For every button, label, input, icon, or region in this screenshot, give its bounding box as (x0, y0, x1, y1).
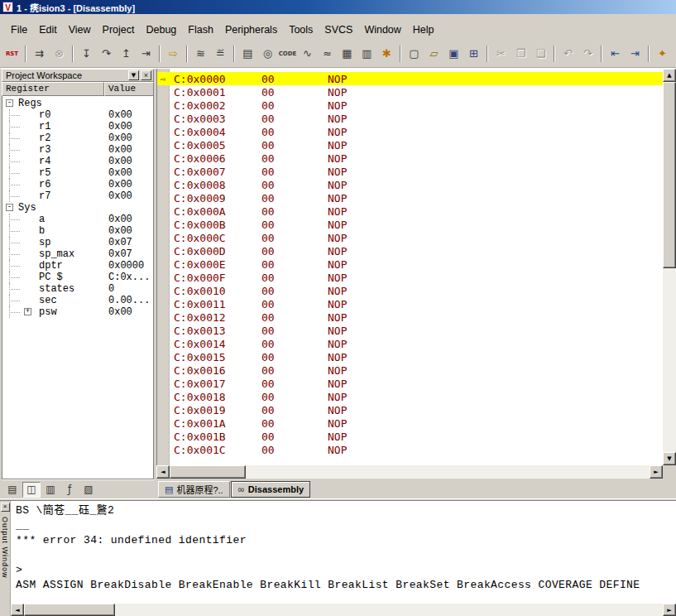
disassembly-row[interactable]: C:0x000400NOP (157, 125, 663, 138)
disassembly-row[interactable]: C:0x001B00NOP (157, 430, 663, 443)
register-row-r4[interactable]: r40x00 (2, 156, 153, 167)
output-lines[interactable]: BS \簡苍__砡_鸄2__*** error 34: undefined id… (11, 501, 676, 604)
cut-button[interactable]: ✂ (491, 45, 511, 63)
save-all-button[interactable]: ⊞ (464, 45, 483, 63)
disassembly-row[interactable]: C:0x000B00NOP (157, 218, 663, 231)
menu-svcs[interactable]: SVCS (319, 22, 358, 38)
disassembly-row[interactable]: C:0x000C00NOP (157, 231, 663, 244)
menu-tools[interactable]: Tools (283, 22, 319, 38)
indent-button[interactable]: ⇥ (626, 45, 645, 63)
disassembly-row[interactable]: C:0x001C00NOP (157, 443, 663, 456)
disassembly-window-button[interactable]: ◎ (258, 45, 277, 63)
disassembly-row[interactable]: C:0x000F00NOP (157, 271, 663, 284)
toolbox-button[interactable]: ✱ (377, 45, 396, 63)
run-to-cursor-button[interactable]: ⇥ (137, 45, 156, 63)
open-file-button[interactable]: ▱ (424, 45, 443, 63)
disassembly-row[interactable]: C:0x001200NOP (157, 310, 663, 324)
watch-window-button[interactable]: ▥ (357, 45, 376, 63)
serial-window-button[interactable]: ∿ (298, 45, 317, 63)
run-button[interactable]: ⇉ (30, 45, 49, 63)
register-column-header[interactable]: Register (2, 82, 104, 96)
scroll-left-button[interactable]: ◄ (11, 604, 24, 616)
output-scroll-thumb[interactable] (24, 604, 115, 616)
undo-button[interactable]: ↶ (559, 45, 578, 63)
reset-cpu-button[interactable]: RST (2, 45, 22, 63)
disassembly-row[interactable]: C:0x001000NOP (157, 284, 663, 297)
functions-tab[interactable]: ƒ (60, 482, 79, 498)
horizontal-scroll-thumb[interactable] (170, 465, 246, 479)
templates-tab[interactable]: ▧ (79, 482, 98, 498)
new-file-button[interactable]: ▢ (405, 45, 424, 63)
step-over-button[interactable]: ↷ (97, 45, 116, 63)
unindent-button[interactable]: ⇤ (606, 45, 625, 63)
register-row-sp[interactable]: sp0x07 (2, 237, 153, 248)
disassembly-row[interactable]: C:0x001400NOP (157, 337, 663, 350)
register-row-r1[interactable]: r10x00 (2, 121, 153, 132)
register-row-r2[interactable]: r20x00 (2, 132, 153, 144)
output-close-button[interactable]: × (1, 503, 10, 512)
horizontal-scrollbar[interactable]: ◄ ► (156, 465, 663, 479)
tab-disassembly[interactable]: ∞Disassembly (231, 481, 310, 498)
menu-peripherals[interactable]: Peripherals (219, 22, 283, 38)
register-row-a[interactable]: a0x00 (2, 214, 153, 225)
step-out-button[interactable]: ↥ (117, 45, 136, 63)
register-row-states[interactable]: states0 (2, 283, 153, 295)
show-next-statement-button[interactable]: ⇨ (164, 45, 183, 63)
disassembly-row[interactable]: C:0x001600NOP (157, 363, 663, 377)
register-row-r6[interactable]: r60x00 (2, 179, 153, 190)
redo-button[interactable]: ↷ (578, 45, 597, 63)
scroll-left-button[interactable]: ◄ (156, 465, 170, 479)
register-row-sys[interactable]: -Sys (2, 202, 153, 214)
register-row-r3[interactable]: r30x00 (2, 144, 153, 156)
menu-flash[interactable]: Flash (182, 22, 219, 38)
value-column-header[interactable]: Value (104, 82, 154, 96)
disassembly-row[interactable]: ⇨C:0x000000NOP (157, 72, 663, 85)
paste-button[interactable]: ❏ (531, 45, 550, 63)
vertical-scrollbar[interactable]: ▲ ▼ (663, 69, 676, 465)
menu-edit[interactable]: Edit (33, 22, 63, 38)
step-into-button[interactable]: ↧ (77, 45, 96, 63)
register-row-dptr[interactable]: dptr0x0000 (2, 260, 153, 272)
disassembly-row[interactable]: C:0x000800NOP (157, 178, 663, 191)
save-button[interactable]: ▣ (444, 45, 463, 63)
tab-source-file[interactable]: ▤机器原程?.. (158, 481, 230, 498)
disassembly-row[interactable]: C:0x000300NOP (157, 112, 663, 125)
workspace-close-button[interactable]: × (141, 70, 151, 80)
output-scroll-track[interactable] (24, 604, 663, 616)
disassembly-row[interactable]: C:0x000D00NOP (157, 244, 663, 257)
register-row-sp-max[interactable]: sp_max0x07 (2, 248, 153, 260)
expand-icon[interactable]: + (24, 308, 31, 315)
register-row-psw[interactable]: +psw0x00 (2, 306, 153, 318)
disassembly-row[interactable]: C:0x000700NOP (157, 165, 663, 178)
disassembly-row[interactable]: C:0x001900NOP (157, 403, 663, 416)
disassembly-row[interactable]: C:0x000A00NOP (157, 205, 663, 218)
menu-project[interactable]: Project (97, 22, 141, 38)
register-row-sec[interactable]: sec0.00... (2, 295, 153, 306)
vertical-scroll-thumb[interactable] (663, 82, 676, 268)
menu-file[interactable]: File (5, 22, 33, 38)
menu-view[interactable]: View (63, 22, 97, 38)
regs-tab[interactable]: ◫ (22, 482, 41, 498)
command-window-button[interactable]: ▤ (238, 45, 257, 63)
workspace-title-bar[interactable]: Project Workspace ▼ × (2, 69, 154, 82)
scroll-down-button[interactable]: ▼ (663, 452, 676, 465)
title-bar[interactable]: V 1 - 痜ision3 - [Disassembly] (0, 0, 676, 14)
analysis-window-button[interactable]: ≈ (318, 45, 337, 63)
register-row-r5[interactable]: r50x00 (2, 167, 153, 179)
halt-button[interactable]: ⊗ (50, 45, 69, 63)
register-row-regs[interactable]: -Regs (2, 98, 153, 109)
disassembly-row[interactable]: C:0x000200NOP (157, 99, 663, 112)
disassembly-row[interactable]: C:0x001700NOP (157, 377, 663, 390)
register-row-pc[interactable]: PC $C:0x... (2, 272, 153, 283)
workspace-menu-button[interactable]: ▼ (128, 70, 139, 80)
find-in-files-button[interactable]: ◈ (673, 45, 676, 63)
scroll-right-button[interactable]: ► (650, 465, 663, 479)
trace-record-button[interactable]: ≋ (191, 45, 210, 63)
register-row-r7[interactable]: r70x00 (2, 190, 153, 202)
horizontal-scroll-track[interactable] (170, 465, 650, 479)
disassembly-row[interactable]: C:0x000600NOP (157, 152, 663, 165)
disassembly-row[interactable]: C:0x000E00NOP (157, 257, 663, 271)
files-tab[interactable]: ▤ (3, 482, 22, 498)
disassembly-row[interactable]: C:0x001A00NOP (157, 416, 663, 430)
disassembly-row[interactable]: C:0x001500NOP (157, 350, 663, 363)
